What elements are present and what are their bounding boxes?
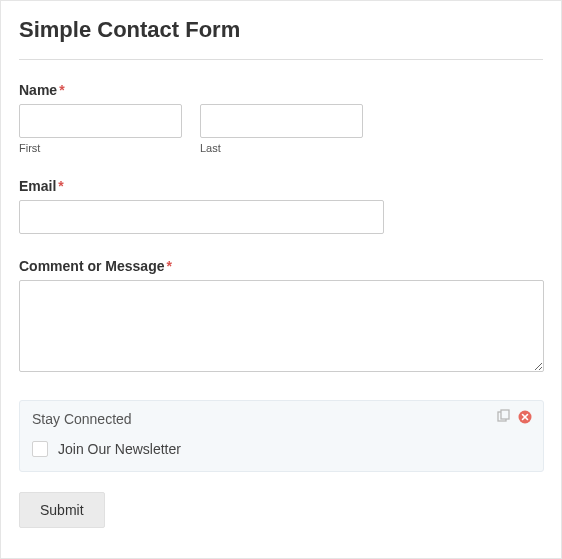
stay-connected-title: Stay Connected xyxy=(32,411,531,427)
newsletter-checkbox-label: Join Our Newsletter xyxy=(58,441,181,457)
last-name-sublabel: Last xyxy=(200,142,363,154)
first-name-col: First xyxy=(19,104,182,154)
email-label-text: Email xyxy=(19,178,56,194)
name-label-text: Name xyxy=(19,82,57,98)
svg-rect-1 xyxy=(501,410,509,419)
delete-icon[interactable] xyxy=(517,409,533,425)
divider xyxy=(19,59,543,60)
required-marker: * xyxy=(58,178,63,194)
stay-connected-panel: Stay Connected Join Our Newsletter xyxy=(19,400,544,472)
newsletter-checkbox-row: Join Our Newsletter xyxy=(32,441,531,457)
contact-form-container: Simple Contact Form Name* First Last Ema… xyxy=(0,0,562,559)
required-marker: * xyxy=(166,258,171,274)
last-name-input[interactable] xyxy=(200,104,363,138)
panel-actions xyxy=(495,409,533,425)
comment-textarea[interactable] xyxy=(19,280,544,372)
submit-button[interactable]: Submit xyxy=(19,492,105,528)
duplicate-icon[interactable] xyxy=(495,409,511,425)
name-inputs-row: First Last xyxy=(19,104,543,154)
email-label: Email* xyxy=(19,178,543,194)
newsletter-checkbox[interactable] xyxy=(32,441,48,457)
required-marker: * xyxy=(59,82,64,98)
comment-label: Comment or Message* xyxy=(19,258,543,274)
email-field-group: Email* xyxy=(19,178,543,234)
comment-label-text: Comment or Message xyxy=(19,258,164,274)
comment-field-group: Comment or Message* xyxy=(19,258,543,376)
name-field-group: Name* First Last xyxy=(19,82,543,154)
name-label: Name* xyxy=(19,82,543,98)
last-name-col: Last xyxy=(200,104,363,154)
first-name-sublabel: First xyxy=(19,142,182,154)
form-title: Simple Contact Form xyxy=(19,17,543,43)
first-name-input[interactable] xyxy=(19,104,182,138)
email-input[interactable] xyxy=(19,200,384,234)
